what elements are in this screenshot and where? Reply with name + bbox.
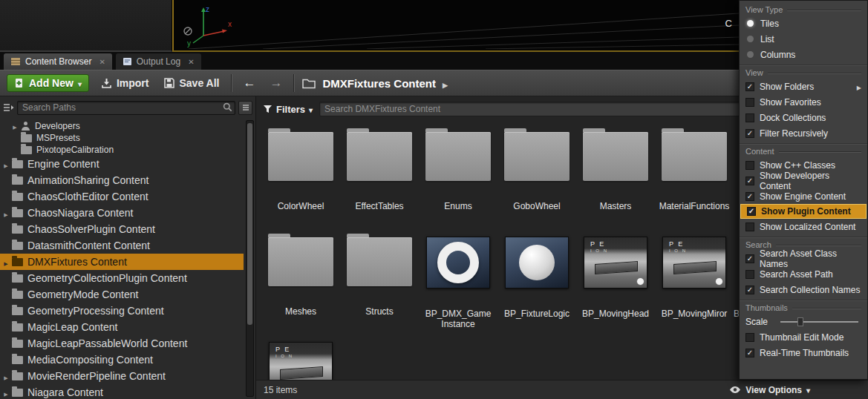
checkbox-checked-icon bbox=[745, 177, 754, 185]
tree-item-movierenderpipeline-content[interactable]: MovieRenderPipeline Content bbox=[0, 368, 244, 384]
menu-item-search-collection-names[interactable]: Search Collection Names bbox=[740, 282, 867, 297]
add-new-button[interactable]: Add New bbox=[7, 74, 89, 92]
tree-item-animationsharing-content[interactable]: AnimationSharing Content bbox=[0, 172, 244, 188]
checkbox-icon bbox=[745, 270, 754, 279]
menu-item-dock-collections[interactable]: Dock Collections bbox=[740, 110, 867, 125]
folder-icon bbox=[12, 242, 23, 250]
checkbox-checked-icon bbox=[745, 129, 754, 138]
scrollbar-thumb[interactable] bbox=[247, 123, 252, 325]
asset-tile-structs[interactable]: Structs bbox=[340, 231, 419, 337]
menu-item-list[interactable]: List bbox=[740, 31, 867, 47]
tree-item-dmxfixtures-content[interactable]: DMXFixtures Content bbox=[0, 254, 244, 270]
expand-arrow-icon[interactable] bbox=[1, 207, 10, 219]
header-divider bbox=[768, 73, 861, 73]
expand-arrow-icon[interactable] bbox=[1, 386, 10, 398]
asset-tile-bp-dmx-gameinstance[interactable]: BP_DMX_Game Instance bbox=[419, 231, 497, 337]
menu-item-columns[interactable]: Columns bbox=[740, 47, 867, 62]
asset-tile-bp-fixturelogic[interactable]: BP_FixtureLogic bbox=[497, 231, 576, 337]
menu-item-show-folders[interactable]: Show Folders bbox=[740, 79, 867, 94]
forward-button[interactable] bbox=[267, 76, 285, 90]
tree-item-chaosclotheditor-content[interactable]: ChaosClothEditor Content bbox=[0, 188, 244, 205]
tree-item-mspresets[interactable]: MSPresets bbox=[0, 132, 244, 144]
filters-button[interactable]: Filters bbox=[263, 104, 313, 115]
tree-item-geometryprocessing-content[interactable]: GeometryProcessing Content bbox=[0, 303, 244, 319]
eye-icon bbox=[729, 386, 741, 394]
menu-item-show-localized-content[interactable]: Show Localized Content bbox=[740, 219, 867, 234]
folder-icon bbox=[12, 307, 23, 315]
tree-item-developers[interactable]: Developers bbox=[0, 120, 244, 132]
menu-item-real-time-thumbnails[interactable]: Real-Time Thumbnails bbox=[740, 345, 867, 360]
expand-arrow-icon[interactable] bbox=[1, 158, 10, 170]
tree-scrollbar[interactable] bbox=[246, 120, 254, 397]
scale-slider[interactable] bbox=[780, 321, 858, 323]
slider-thumb[interactable] bbox=[797, 317, 803, 326]
tree-item-magicleappassableworld-content[interactable]: MagicLeapPassableWorld Content bbox=[0, 335, 244, 352]
menu-item-thumbnail-edit-mode[interactable]: Thumbnail Edit Mode bbox=[740, 329, 867, 345]
close-icon[interactable] bbox=[99, 58, 105, 66]
paths-view-list-button[interactable] bbox=[238, 101, 252, 115]
asset-tile-gobowheel[interactable]: GoboWheel bbox=[497, 126, 576, 231]
menu-item-filter-recursively[interactable]: Filter Recursively bbox=[740, 125, 867, 141]
tree-item-datasmithcontent-content[interactable]: DatasmithContent Content bbox=[0, 237, 244, 254]
expand-arrow-icon[interactable] bbox=[1, 370, 10, 382]
breadcrumb[interactable]: DMXFixtures Content bbox=[302, 77, 447, 90]
fixture-shape bbox=[280, 366, 323, 380]
close-icon[interactable] bbox=[188, 58, 194, 66]
asset-tile-bp-movinghead[interactable]: P E I O N BP_MovingHead bbox=[576, 231, 655, 337]
tree-item-geometrycollectionplugin-content[interactable]: GeometryCollectionPlugin Content bbox=[0, 270, 244, 286]
breadcrumb-expand-icon[interactable] bbox=[443, 77, 448, 90]
save-icon bbox=[164, 78, 174, 88]
header-divider bbox=[787, 10, 861, 10]
chevron-down-icon bbox=[806, 385, 810, 395]
tree-item-chaossolverplugin-content[interactable]: ChaosSolverPlugin Content bbox=[0, 221, 244, 237]
import-button[interactable]: Import bbox=[97, 75, 153, 91]
tree-item-engine-content[interactable]: Engine Content bbox=[0, 156, 244, 172]
expand-arrow-icon[interactable] bbox=[1, 256, 10, 268]
tree-item-mediacompositing-content[interactable]: MediaCompositing Content bbox=[0, 352, 244, 368]
tab-content-browser[interactable]: Content Browser bbox=[4, 53, 112, 70]
submenu-arrow-icon bbox=[857, 82, 861, 92]
save-all-button[interactable]: Save All bbox=[160, 75, 223, 91]
expand-arrow-icon[interactable] bbox=[10, 121, 19, 131]
checkbox-checked-icon bbox=[745, 286, 754, 294]
search-paths-input[interactable] bbox=[17, 101, 235, 115]
asset-status-bar: 15 items View Options bbox=[256, 380, 868, 399]
folder-icon bbox=[12, 291, 23, 299]
menu-item-show-developers-content[interactable]: Show Developers Content bbox=[740, 173, 867, 188]
asset-tile-effecttables[interactable]: EffectTables bbox=[340, 126, 419, 231]
tree-item-magicleap-content[interactable]: MagicLeap Content bbox=[0, 319, 244, 335]
asset-tile-bp-movingmiror[interactable]: P E I O N BP_MovingMiror bbox=[655, 231, 734, 337]
asset-tile-meshes[interactable]: Meshes bbox=[261, 231, 340, 337]
folder-icon bbox=[12, 225, 23, 234]
blueprint-thumbnail bbox=[426, 237, 490, 288]
menu-item-tiles[interactable]: Tiles bbox=[740, 16, 867, 31]
folder-icon bbox=[12, 177, 23, 185]
view-options-button[interactable]: View Options bbox=[729, 385, 810, 395]
asset-tile-enums[interactable]: Enums bbox=[419, 126, 497, 231]
checkbox-icon bbox=[745, 113, 754, 122]
radio-selected-icon bbox=[747, 20, 754, 27]
rendered-thumbnail: P E I O N bbox=[584, 237, 647, 288]
menu-section-content: Content Show C++ Classes Show Developers… bbox=[740, 143, 867, 234]
sources-toggle-icon[interactable] bbox=[3, 103, 14, 112]
menu-item-show-plugin-content[interactable]: Show Plugin Content bbox=[740, 204, 867, 219]
svg-text:x: x bbox=[228, 20, 232, 28]
menu-item-search-asset-class-names[interactable]: Search Asset Class Names bbox=[740, 251, 867, 266]
folder-icon bbox=[21, 134, 32, 142]
tree-item-chaosniagara-content[interactable]: ChaosNiagara Content bbox=[0, 205, 244, 221]
folder-thumbnail bbox=[583, 132, 648, 181]
tree-item-geometrymode-content[interactable]: GeometryMode Content bbox=[0, 286, 244, 303]
asset-tile-materialfunctions[interactable]: MaterialFunctions bbox=[655, 126, 734, 231]
asset-tile-colorwheel[interactable]: ColorWheel bbox=[261, 126, 340, 231]
back-button[interactable] bbox=[240, 76, 258, 90]
tab-output-log[interactable]: Output Log bbox=[116, 53, 201, 70]
menu-item-thumbnail-scale: Scale bbox=[740, 314, 867, 329]
asset-tile-masters[interactable]: Masters bbox=[576, 126, 655, 231]
folder-icon bbox=[12, 160, 23, 168]
menu-item-show-favorites[interactable]: Show Favorites bbox=[740, 94, 867, 110]
level-viewport[interactable]: z x y C bbox=[172, 0, 739, 52]
tree-item-pixotopecalibration[interactable]: PixotopeCalibration bbox=[0, 144, 244, 156]
viewport-text-fragment: C bbox=[725, 18, 732, 29]
folder-thumbnail bbox=[504, 132, 570, 181]
tree-item-niagara-content[interactable]: Niagara Content bbox=[0, 384, 244, 399]
